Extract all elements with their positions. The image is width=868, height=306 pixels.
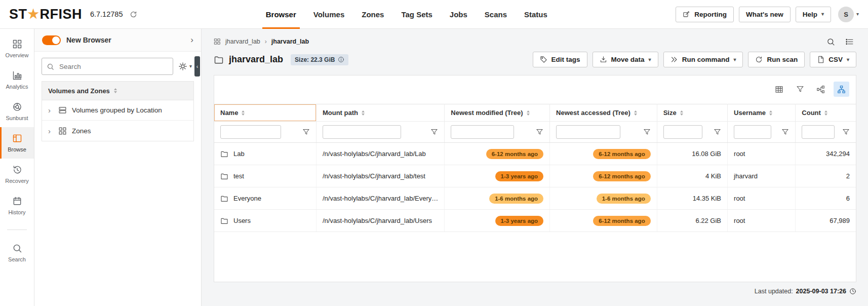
filter-funnel-icon[interactable] xyxy=(781,128,789,136)
tree-item-volumes-by-location[interactable]: › Volumes grouped by Location xyxy=(42,100,193,121)
folder-icon xyxy=(220,217,228,225)
clock-icon[interactable] xyxy=(849,288,856,295)
table-row[interactable]: Lab /n/vast-holylabs/C/jharvard_lab/Lab … xyxy=(214,143,856,165)
rail-item-browse[interactable]: Browse xyxy=(0,127,34,159)
whats-new-button[interactable]: What's new xyxy=(739,7,791,22)
move-data-button[interactable]: Move data ▾ xyxy=(593,52,658,67)
row-username: root xyxy=(728,143,796,165)
user-menu[interactable]: S ▾ xyxy=(838,7,859,22)
filter-input-count[interactable] xyxy=(802,125,834,139)
search-icon xyxy=(47,63,54,70)
run-command-button[interactable]: Run command ▾ xyxy=(663,52,743,67)
row-name[interactable]: test xyxy=(233,172,244,180)
help-button[interactable]: Help ▾ xyxy=(796,7,831,22)
last-updated-label: Last updated: xyxy=(755,288,793,295)
age-badge: 1-6 months ago xyxy=(597,194,651,204)
rail-label: Browse xyxy=(8,146,26,152)
breadcrumb-current: jharvard_lab xyxy=(271,38,309,45)
row-count: 2 xyxy=(796,165,856,187)
filter-funnel-icon[interactable] xyxy=(536,128,543,136)
breadcrumb-root[interactable]: jharvard_lab xyxy=(225,38,260,45)
tab-volumes[interactable]: Volumes xyxy=(305,0,353,29)
chevron-down-icon: ▾ xyxy=(847,57,849,62)
age-badge: 6-12 months ago xyxy=(593,171,650,181)
sync-icon[interactable] xyxy=(130,11,137,18)
row-name[interactable]: Users xyxy=(233,217,251,224)
rail-item-search[interactable]: Search xyxy=(0,237,34,269)
rail-item-recovery[interactable]: Recovery xyxy=(0,159,34,190)
tab-tag-sets[interactable]: Tag Sets xyxy=(392,0,441,29)
browser-panel: New Browser › ▾ ‹ Volumes and Zones › Vo… xyxy=(34,29,202,306)
info-icon[interactable] xyxy=(338,56,344,63)
column-header-mount-path[interactable]: Mount path xyxy=(316,104,444,122)
file-table: Name Mount path Newest modified (Tree) N… xyxy=(214,104,856,232)
filter-icon[interactable] xyxy=(792,82,808,97)
table-row[interactable]: test /n/vast-holylabs/C/jharvard_lab/tes… xyxy=(214,165,856,187)
csv-button[interactable]: CSV ▾ xyxy=(810,52,856,67)
chevron-down-icon: ▾ xyxy=(189,64,192,69)
rail-divider xyxy=(7,230,27,230)
rail-item-analytics[interactable]: Analytics xyxy=(0,64,34,96)
filter-input-username[interactable] xyxy=(734,125,771,139)
tab-jobs[interactable]: Jobs xyxy=(441,0,476,29)
row-name[interactable]: Lab xyxy=(233,150,245,158)
column-header-newest-accessed[interactable]: Newest accessed (Tree) xyxy=(550,104,657,122)
rail-label: History xyxy=(8,209,25,215)
starfish-logo[interactable]: ST★RFISH xyxy=(9,7,82,22)
panel-settings-button[interactable]: ▾ xyxy=(176,59,194,73)
reporting-button[interactable]: Reporting xyxy=(676,7,734,22)
filter-funnel-icon[interactable] xyxy=(714,128,721,136)
table-toolbar xyxy=(214,75,856,98)
age-badge: 1-6 months ago xyxy=(489,194,543,204)
row-mount-path: /n/vast-holylabs/C/jharvard_lab/Lab xyxy=(316,143,444,165)
tree-item-zones[interactable]: › Zones xyxy=(42,121,193,141)
breadcrumb-separator: › xyxy=(265,38,267,45)
filter-input-name[interactable] xyxy=(220,125,281,139)
column-header-username[interactable]: Username xyxy=(728,104,796,122)
row-username: jharvard xyxy=(728,165,796,187)
rail-item-sunburst[interactable]: Sunburst xyxy=(0,96,34,127)
tab-zones[interactable]: Zones xyxy=(353,0,392,29)
rail-item-history[interactable]: History xyxy=(0,190,34,221)
folder-icon xyxy=(220,195,228,203)
page-actions: Edit tags Move data ▾ Run command ▾ Run … xyxy=(533,52,856,67)
tag-icon xyxy=(540,56,547,63)
search-icon[interactable] xyxy=(823,34,838,49)
row-size: 16.08 GiB xyxy=(657,143,727,165)
chevron-right-icon[interactable]: › xyxy=(190,35,193,45)
panel-collapse-handle[interactable]: ‹ xyxy=(194,56,200,76)
filter-funnel-icon[interactable] xyxy=(842,128,850,136)
column-header-count[interactable]: Count xyxy=(796,104,856,122)
tab-status[interactable]: Status xyxy=(516,0,556,29)
table-view-icon[interactable] xyxy=(771,82,787,97)
filter-input-newest-modified[interactable] xyxy=(451,125,514,139)
run-scan-button[interactable]: Run scan xyxy=(748,52,805,67)
filter-funnel-icon[interactable] xyxy=(430,128,438,136)
tab-browser[interactable]: Browser xyxy=(257,0,305,29)
edit-tags-button[interactable]: Edit tags xyxy=(533,52,587,67)
row-name[interactable]: Everyone xyxy=(233,195,261,202)
column-header-size[interactable]: Size xyxy=(657,104,727,122)
list-icon[interactable] xyxy=(842,34,856,49)
tree-item-label: Volumes grouped by Location xyxy=(72,106,162,114)
filter-funnel-icon[interactable] xyxy=(302,128,310,136)
table-row[interactable]: Users /n/vast-holylabs/C/jharvard_lab/Us… xyxy=(214,210,856,232)
tree-section-header[interactable]: Volumes and Zones xyxy=(42,82,193,100)
table-row[interactable]: Everyone /n/vast-holylabs/C/jharvard_lab… xyxy=(214,187,856,210)
filter-input-size[interactable] xyxy=(663,125,703,139)
filter-funnel-icon[interactable] xyxy=(643,128,651,136)
panel-search-box[interactable] xyxy=(42,58,173,75)
row-size: 6.22 GiB xyxy=(657,210,727,232)
recovery-icon xyxy=(12,165,22,175)
filter-input-mount-path[interactable] xyxy=(323,125,401,139)
main-nav: Browser Volumes Zones Tag Sets Jobs Scan… xyxy=(257,0,556,29)
panel-search-input[interactable] xyxy=(58,62,168,71)
tab-scans[interactable]: Scans xyxy=(476,0,516,29)
column-header-name[interactable]: Name xyxy=(214,104,316,122)
new-browser-toggle[interactable] xyxy=(42,35,61,45)
filter-input-newest-accessed[interactable] xyxy=(556,125,620,139)
tree-horizontal-view-icon[interactable] xyxy=(813,82,828,97)
rail-item-overview[interactable]: Overview xyxy=(0,33,34,64)
tree-view-icon[interactable] xyxy=(834,82,849,97)
column-header-newest-modified[interactable]: Newest modified (Tree) xyxy=(445,104,550,122)
